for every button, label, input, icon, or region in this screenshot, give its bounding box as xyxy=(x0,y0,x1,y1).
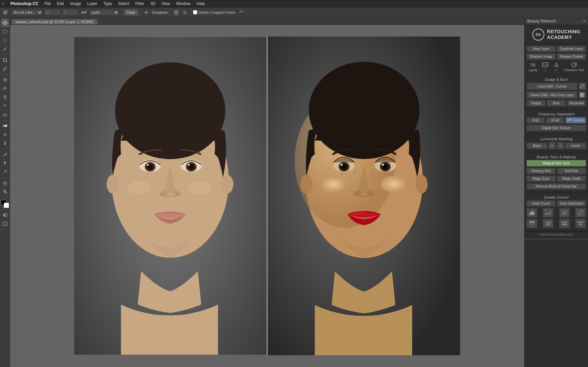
menu-filter[interactable]: Filter xyxy=(133,1,147,7)
save-as-btn[interactable]: SAVE AS xyxy=(575,219,586,228)
dodge-button[interactable]: Dodge xyxy=(527,100,545,106)
global-db-icon[interactable] xyxy=(579,91,586,99)
8bit-button[interactable]: 8-bit xyxy=(527,117,545,123)
panel-close-button[interactable]: × xyxy=(583,19,585,23)
straighten-icon[interactable] xyxy=(143,9,150,16)
tool-eyedropper[interactable] xyxy=(1,65,9,73)
svg-point-55 xyxy=(191,173,192,174)
tool-lasso[interactable] xyxy=(1,36,9,44)
app-name[interactable]: Photoshop CC xyxy=(8,1,41,7)
local-db-button[interactable]: Local D&B - Curves xyxy=(527,83,577,90)
tool-brush[interactable] xyxy=(1,85,9,93)
menu-help[interactable]: Help xyxy=(194,1,208,7)
menu-view[interactable]: View xyxy=(159,1,173,7)
tool-zoom[interactable] xyxy=(1,188,9,196)
tool-screen-mode[interactable] xyxy=(1,220,9,228)
lum-invert-button[interactable]: Invert xyxy=(565,143,586,149)
digital-skin-texture-button[interactable]: Digital Skin Texture xyxy=(527,125,586,131)
visual-aid-button[interactable]: Visual Aid xyxy=(567,100,586,106)
tool-move[interactable] xyxy=(1,19,9,27)
delete-cropped-checkbox[interactable] xyxy=(193,10,197,14)
settings-icon[interactable] xyxy=(181,9,189,16)
menu-3d[interactable]: 3D xyxy=(148,1,158,7)
local-db-icon[interactable] xyxy=(579,83,586,90)
anti-pink-button[interactable]: Anti-Pink xyxy=(557,168,586,174)
warp-icon-btn[interactable]: ⬚ xyxy=(541,62,549,72)
width-input[interactable] xyxy=(44,9,61,16)
lum-masking-label: Luminosity Masking xyxy=(527,137,586,141)
menu-file[interactable]: File xyxy=(42,1,53,7)
apple-menu-icon[interactable]:  xyxy=(3,1,4,6)
height-input[interactable] xyxy=(62,9,79,16)
color-swatch-area[interactable] xyxy=(1,200,9,208)
menu-image[interactable]: Image xyxy=(67,1,84,7)
tool-pen[interactable] xyxy=(1,150,9,158)
svg-point-53 xyxy=(161,172,162,173)
qc-icons-row-1 xyxy=(527,208,586,217)
lum-plus-button[interactable]: + xyxy=(548,142,556,149)
tool-eraser[interactable] xyxy=(1,111,9,119)
hp-custom-button[interactable]: HP Custom xyxy=(566,117,586,123)
tool-crop[interactable] xyxy=(1,56,9,64)
tool-blur[interactable] xyxy=(1,130,9,139)
menu-window[interactable]: Window xyxy=(174,1,193,7)
tool-marquee[interactable] xyxy=(1,28,9,36)
glowing-skin-button[interactable]: Glowing Skin xyxy=(527,168,556,174)
save-web-btn[interactable]: SAVE WEB xyxy=(559,219,570,228)
panel-scrollbar[interactable] xyxy=(525,238,588,240)
tool-history-brush[interactable] xyxy=(1,102,9,110)
remove-hair-button[interactable]: Remove Body & Facial Hair xyxy=(527,183,586,190)
magic-smile-button[interactable]: Magic Smile xyxy=(557,175,586,182)
magical-skin-tone-button[interactable]: Magical Skin Tone xyxy=(527,160,586,166)
tool-hand[interactable] xyxy=(1,179,9,187)
tool-spot-heal[interactable] xyxy=(1,76,9,84)
tool-magic-wand[interactable] xyxy=(1,45,9,53)
16bit-button[interactable]: 16-bit xyxy=(546,117,564,123)
unit-dropdown[interactable]: px/in xyxy=(89,9,119,16)
rotate-icon-btn[interactable]: Transform Tool xyxy=(564,62,584,72)
delete-cropped-label[interactable]: Delete Cropped Pixels xyxy=(193,10,235,14)
zoom-size-btn[interactable]: 120% SIZE xyxy=(543,219,553,228)
tool-preset-dropdown[interactable]: W x H x Re... xyxy=(11,9,43,16)
lum-minus-button[interactable]: − xyxy=(557,142,564,149)
puppet-icon-btn[interactable]: ◇ xyxy=(553,62,560,72)
menu-layer[interactable]: Layer xyxy=(85,1,100,7)
reset-icon[interactable] xyxy=(238,9,245,16)
info-icon-btn[interactable] xyxy=(575,208,586,217)
svg-point-38 xyxy=(107,175,119,194)
global-db-button[interactable]: Global D&B - Mid Gray Layer xyxy=(527,91,577,99)
svg-rect-91 xyxy=(529,213,530,215)
menu-select[interactable]: Select xyxy=(115,1,132,7)
burn-button[interactable]: Burn xyxy=(547,100,566,106)
tool-text[interactable]: T xyxy=(1,159,9,167)
clear-button[interactable]: Clear xyxy=(124,9,138,16)
background-color[interactable] xyxy=(4,203,9,208)
new-layer-button[interactable]: New Layer xyxy=(527,46,556,52)
grid-icon[interactable] xyxy=(173,9,180,16)
tool-gradient[interactable] xyxy=(1,122,9,130)
menu-type[interactable]: Type xyxy=(101,1,115,7)
tool-preset-icon[interactable] xyxy=(2,9,9,16)
svg-point-76 xyxy=(380,176,407,193)
swap-dimensions-icon[interactable] xyxy=(80,9,88,16)
doc-tab[interactable]: beauty_retouch.psd @ 33.3% (Layer 1, RGB… xyxy=(11,19,98,24)
liquify-icon-btn[interactable]: Liquify xyxy=(529,62,537,72)
menu-edit[interactable]: Edit xyxy=(54,1,67,7)
layers-icon-btn[interactable] xyxy=(527,219,537,228)
tool-path-select[interactable] xyxy=(1,168,9,176)
lum-basic-button[interactable]: Basic xyxy=(527,143,547,149)
svg-rect-7 xyxy=(174,13,176,14)
magic-eyes-button[interactable]: Magic Eyes xyxy=(527,175,556,182)
histogram-icon-btn[interactable] xyxy=(527,208,537,217)
panel-header: Beauty Retouch × xyxy=(525,17,588,25)
tool-quick-mask[interactable] xyxy=(1,211,9,219)
tool-clone[interactable] xyxy=(1,93,9,101)
sharpen-image-button[interactable]: Sharpen Image xyxy=(527,53,556,60)
levels-icon-btn[interactable] xyxy=(543,208,553,217)
over-saturation-button[interactable]: Over-Saturation xyxy=(557,200,586,207)
solar-curve-button[interactable]: Solar Curve xyxy=(527,200,556,207)
duplicate-layer-button[interactable]: Duplicate Layer xyxy=(557,46,586,52)
sharpen-details-button[interactable]: Sharpen Details xyxy=(557,53,586,60)
tool-dodge[interactable] xyxy=(1,139,9,147)
curves-icon-btn[interactable] xyxy=(559,208,570,217)
